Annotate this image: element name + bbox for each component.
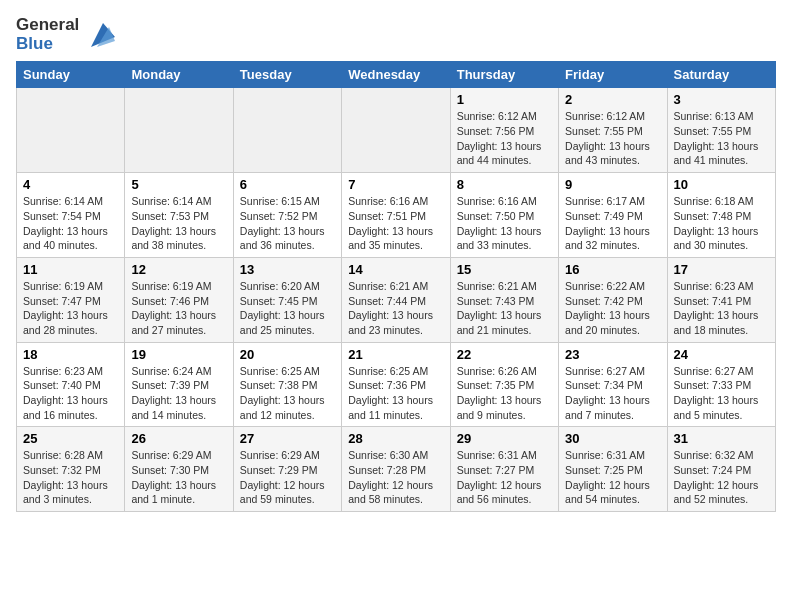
- day-info: Sunrise: 6:26 AMSunset: 7:35 PMDaylight:…: [457, 364, 552, 423]
- day-info: Sunrise: 6:16 AMSunset: 7:51 PMDaylight:…: [348, 194, 443, 253]
- day-number: 16: [565, 262, 660, 277]
- day-info: Sunrise: 6:14 AMSunset: 7:53 PMDaylight:…: [131, 194, 226, 253]
- weekday-header-tuesday: Tuesday: [233, 62, 341, 88]
- calendar-cell: 22Sunrise: 6:26 AMSunset: 7:35 PMDayligh…: [450, 342, 558, 427]
- calendar-cell: 26Sunrise: 6:29 AMSunset: 7:30 PMDayligh…: [125, 427, 233, 512]
- day-info: Sunrise: 6:29 AMSunset: 7:29 PMDaylight:…: [240, 448, 335, 507]
- day-number: 17: [674, 262, 769, 277]
- day-number: 2: [565, 92, 660, 107]
- calendar-table: SundayMondayTuesdayWednesdayThursdayFrid…: [16, 61, 776, 512]
- day-info: Sunrise: 6:16 AMSunset: 7:50 PMDaylight:…: [457, 194, 552, 253]
- calendar-cell: 14Sunrise: 6:21 AMSunset: 7:44 PMDayligh…: [342, 257, 450, 342]
- day-number: 6: [240, 177, 335, 192]
- day-number: 9: [565, 177, 660, 192]
- day-number: 27: [240, 431, 335, 446]
- day-info: Sunrise: 6:12 AMSunset: 7:56 PMDaylight:…: [457, 109, 552, 168]
- weekday-header-saturday: Saturday: [667, 62, 775, 88]
- day-number: 22: [457, 347, 552, 362]
- calendar-cell: [17, 88, 125, 173]
- day-info: Sunrise: 6:12 AMSunset: 7:55 PMDaylight:…: [565, 109, 660, 168]
- day-info: Sunrise: 6:23 AMSunset: 7:40 PMDaylight:…: [23, 364, 118, 423]
- day-number: 26: [131, 431, 226, 446]
- day-number: 19: [131, 347, 226, 362]
- calendar-cell: [125, 88, 233, 173]
- calendar-cell: 30Sunrise: 6:31 AMSunset: 7:25 PMDayligh…: [559, 427, 667, 512]
- calendar-cell: 15Sunrise: 6:21 AMSunset: 7:43 PMDayligh…: [450, 257, 558, 342]
- day-info: Sunrise: 6:28 AMSunset: 7:32 PMDaylight:…: [23, 448, 118, 507]
- calendar-cell: [342, 88, 450, 173]
- weekday-header-sunday: Sunday: [17, 62, 125, 88]
- calendar-cell: 27Sunrise: 6:29 AMSunset: 7:29 PMDayligh…: [233, 427, 341, 512]
- day-number: 30: [565, 431, 660, 446]
- calendar-cell: 28Sunrise: 6:30 AMSunset: 7:28 PMDayligh…: [342, 427, 450, 512]
- logo: General Blue: [16, 16, 115, 53]
- calendar-cell: 25Sunrise: 6:28 AMSunset: 7:32 PMDayligh…: [17, 427, 125, 512]
- weekday-header-friday: Friday: [559, 62, 667, 88]
- day-info: Sunrise: 6:23 AMSunset: 7:41 PMDaylight:…: [674, 279, 769, 338]
- calendar-cell: 8Sunrise: 6:16 AMSunset: 7:50 PMDaylight…: [450, 173, 558, 258]
- day-info: Sunrise: 6:29 AMSunset: 7:30 PMDaylight:…: [131, 448, 226, 507]
- day-number: 14: [348, 262, 443, 277]
- calendar-cell: 29Sunrise: 6:31 AMSunset: 7:27 PMDayligh…: [450, 427, 558, 512]
- weekday-header-thursday: Thursday: [450, 62, 558, 88]
- logo-blue: Blue: [16, 35, 79, 54]
- day-number: 7: [348, 177, 443, 192]
- calendar-cell: 23Sunrise: 6:27 AMSunset: 7:34 PMDayligh…: [559, 342, 667, 427]
- calendar-cell: 1Sunrise: 6:12 AMSunset: 7:56 PMDaylight…: [450, 88, 558, 173]
- weekday-header-wednesday: Wednesday: [342, 62, 450, 88]
- calendar-cell: 6Sunrise: 6:15 AMSunset: 7:52 PMDaylight…: [233, 173, 341, 258]
- calendar-cell: [233, 88, 341, 173]
- logo-icon: [83, 19, 115, 51]
- calendar-cell: 21Sunrise: 6:25 AMSunset: 7:36 PMDayligh…: [342, 342, 450, 427]
- day-number: 23: [565, 347, 660, 362]
- day-number: 21: [348, 347, 443, 362]
- day-info: Sunrise: 6:18 AMSunset: 7:48 PMDaylight:…: [674, 194, 769, 253]
- calendar-cell: 4Sunrise: 6:14 AMSunset: 7:54 PMDaylight…: [17, 173, 125, 258]
- day-number: 12: [131, 262, 226, 277]
- day-info: Sunrise: 6:13 AMSunset: 7:55 PMDaylight:…: [674, 109, 769, 168]
- calendar-cell: 13Sunrise: 6:20 AMSunset: 7:45 PMDayligh…: [233, 257, 341, 342]
- day-number: 20: [240, 347, 335, 362]
- calendar-cell: 5Sunrise: 6:14 AMSunset: 7:53 PMDaylight…: [125, 173, 233, 258]
- day-number: 5: [131, 177, 226, 192]
- page-header: General Blue: [16, 16, 776, 53]
- day-info: Sunrise: 6:17 AMSunset: 7:49 PMDaylight:…: [565, 194, 660, 253]
- day-info: Sunrise: 6:22 AMSunset: 7:42 PMDaylight:…: [565, 279, 660, 338]
- day-info: Sunrise: 6:24 AMSunset: 7:39 PMDaylight:…: [131, 364, 226, 423]
- logo-general: General: [16, 16, 79, 35]
- day-info: Sunrise: 6:25 AMSunset: 7:36 PMDaylight:…: [348, 364, 443, 423]
- day-info: Sunrise: 6:27 AMSunset: 7:33 PMDaylight:…: [674, 364, 769, 423]
- day-number: 15: [457, 262, 552, 277]
- day-number: 4: [23, 177, 118, 192]
- day-info: Sunrise: 6:20 AMSunset: 7:45 PMDaylight:…: [240, 279, 335, 338]
- day-info: Sunrise: 6:30 AMSunset: 7:28 PMDaylight:…: [348, 448, 443, 507]
- day-number: 25: [23, 431, 118, 446]
- day-info: Sunrise: 6:19 AMSunset: 7:46 PMDaylight:…: [131, 279, 226, 338]
- day-info: Sunrise: 6:31 AMSunset: 7:25 PMDaylight:…: [565, 448, 660, 507]
- calendar-cell: 10Sunrise: 6:18 AMSunset: 7:48 PMDayligh…: [667, 173, 775, 258]
- day-number: 29: [457, 431, 552, 446]
- day-number: 1: [457, 92, 552, 107]
- calendar-cell: 18Sunrise: 6:23 AMSunset: 7:40 PMDayligh…: [17, 342, 125, 427]
- calendar-cell: 11Sunrise: 6:19 AMSunset: 7:47 PMDayligh…: [17, 257, 125, 342]
- calendar-cell: 19Sunrise: 6:24 AMSunset: 7:39 PMDayligh…: [125, 342, 233, 427]
- calendar-cell: 16Sunrise: 6:22 AMSunset: 7:42 PMDayligh…: [559, 257, 667, 342]
- day-info: Sunrise: 6:21 AMSunset: 7:43 PMDaylight:…: [457, 279, 552, 338]
- day-info: Sunrise: 6:14 AMSunset: 7:54 PMDaylight:…: [23, 194, 118, 253]
- day-number: 24: [674, 347, 769, 362]
- day-number: 18: [23, 347, 118, 362]
- day-info: Sunrise: 6:25 AMSunset: 7:38 PMDaylight:…: [240, 364, 335, 423]
- calendar-cell: 9Sunrise: 6:17 AMSunset: 7:49 PMDaylight…: [559, 173, 667, 258]
- calendar-cell: 7Sunrise: 6:16 AMSunset: 7:51 PMDaylight…: [342, 173, 450, 258]
- day-info: Sunrise: 6:32 AMSunset: 7:24 PMDaylight:…: [674, 448, 769, 507]
- day-info: Sunrise: 6:27 AMSunset: 7:34 PMDaylight:…: [565, 364, 660, 423]
- day-number: 13: [240, 262, 335, 277]
- day-info: Sunrise: 6:19 AMSunset: 7:47 PMDaylight:…: [23, 279, 118, 338]
- calendar-cell: 12Sunrise: 6:19 AMSunset: 7:46 PMDayligh…: [125, 257, 233, 342]
- day-info: Sunrise: 6:21 AMSunset: 7:44 PMDaylight:…: [348, 279, 443, 338]
- day-number: 8: [457, 177, 552, 192]
- day-number: 11: [23, 262, 118, 277]
- calendar-cell: 24Sunrise: 6:27 AMSunset: 7:33 PMDayligh…: [667, 342, 775, 427]
- day-number: 31: [674, 431, 769, 446]
- calendar-cell: 31Sunrise: 6:32 AMSunset: 7:24 PMDayligh…: [667, 427, 775, 512]
